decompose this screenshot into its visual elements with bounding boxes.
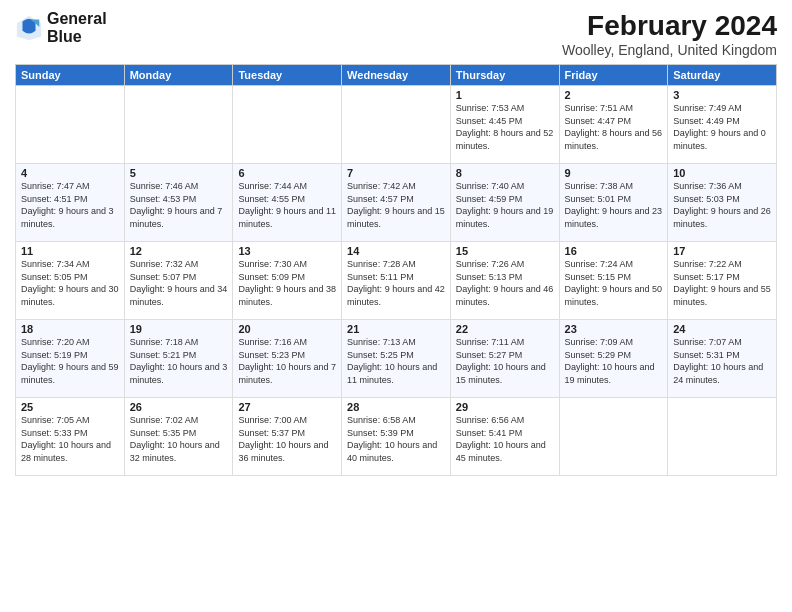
calendar-cell [124, 86, 233, 164]
logo: General Blue [15, 10, 107, 45]
day-info: Sunrise: 7:00 AMSunset: 5:37 PMDaylight:… [238, 414, 336, 464]
calendar-cell: 29Sunrise: 6:56 AMSunset: 5:41 PMDayligh… [450, 398, 559, 476]
day-info: Sunrise: 7:22 AMSunset: 5:17 PMDaylight:… [673, 258, 771, 308]
day-info: Sunrise: 7:20 AMSunset: 5:19 PMDaylight:… [21, 336, 119, 386]
day-number: 2 [565, 89, 663, 101]
day-number: 4 [21, 167, 119, 179]
day-number: 24 [673, 323, 771, 335]
main-title: February 2024 [562, 10, 777, 42]
day-number: 15 [456, 245, 554, 257]
calendar-cell: 12Sunrise: 7:32 AMSunset: 5:07 PMDayligh… [124, 242, 233, 320]
calendar-cell [559, 398, 668, 476]
day-info: Sunrise: 7:18 AMSunset: 5:21 PMDaylight:… [130, 336, 228, 386]
day-info: Sunrise: 7:53 AMSunset: 4:45 PMDaylight:… [456, 102, 554, 152]
day-info: Sunrise: 7:47 AMSunset: 4:51 PMDaylight:… [21, 180, 119, 230]
day-info: Sunrise: 7:46 AMSunset: 4:53 PMDaylight:… [130, 180, 228, 230]
day-number: 23 [565, 323, 663, 335]
calendar-cell: 9Sunrise: 7:38 AMSunset: 5:01 PMDaylight… [559, 164, 668, 242]
weekday-header: Sunday [16, 65, 125, 86]
day-info: Sunrise: 7:51 AMSunset: 4:47 PMDaylight:… [565, 102, 663, 152]
day-info: Sunrise: 7:09 AMSunset: 5:29 PMDaylight:… [565, 336, 663, 386]
calendar-cell: 25Sunrise: 7:05 AMSunset: 5:33 PMDayligh… [16, 398, 125, 476]
subtitle: Woolley, England, United Kingdom [562, 42, 777, 58]
calendar-cell: 22Sunrise: 7:11 AMSunset: 5:27 PMDayligh… [450, 320, 559, 398]
header: General Blue February 2024 Woolley, Engl… [15, 10, 777, 58]
calendar-cell: 24Sunrise: 7:07 AMSunset: 5:31 PMDayligh… [668, 320, 777, 398]
calendar-week-row: 25Sunrise: 7:05 AMSunset: 5:33 PMDayligh… [16, 398, 777, 476]
day-number: 19 [130, 323, 228, 335]
calendar-cell [16, 86, 125, 164]
day-info: Sunrise: 7:32 AMSunset: 5:07 PMDaylight:… [130, 258, 228, 308]
weekday-header: Saturday [668, 65, 777, 86]
calendar-cell: 27Sunrise: 7:00 AMSunset: 5:37 PMDayligh… [233, 398, 342, 476]
day-number: 9 [565, 167, 663, 179]
day-info: Sunrise: 7:13 AMSunset: 5:25 PMDaylight:… [347, 336, 445, 386]
day-info: Sunrise: 6:56 AMSunset: 5:41 PMDaylight:… [456, 414, 554, 464]
calendar-cell: 14Sunrise: 7:28 AMSunset: 5:11 PMDayligh… [342, 242, 451, 320]
calendar-week-row: 18Sunrise: 7:20 AMSunset: 5:19 PMDayligh… [16, 320, 777, 398]
calendar-cell: 28Sunrise: 6:58 AMSunset: 5:39 PMDayligh… [342, 398, 451, 476]
calendar-cell: 21Sunrise: 7:13 AMSunset: 5:25 PMDayligh… [342, 320, 451, 398]
day-number: 27 [238, 401, 336, 413]
calendar-cell: 5Sunrise: 7:46 AMSunset: 4:53 PMDaylight… [124, 164, 233, 242]
weekday-header: Tuesday [233, 65, 342, 86]
weekday-header: Thursday [450, 65, 559, 86]
calendar-cell: 3Sunrise: 7:49 AMSunset: 4:49 PMDaylight… [668, 86, 777, 164]
calendar-cell: 13Sunrise: 7:30 AMSunset: 5:09 PMDayligh… [233, 242, 342, 320]
calendar-cell: 18Sunrise: 7:20 AMSunset: 5:19 PMDayligh… [16, 320, 125, 398]
calendar-cell: 1Sunrise: 7:53 AMSunset: 4:45 PMDaylight… [450, 86, 559, 164]
calendar-week-row: 11Sunrise: 7:34 AMSunset: 5:05 PMDayligh… [16, 242, 777, 320]
calendar-cell: 8Sunrise: 7:40 AMSunset: 4:59 PMDaylight… [450, 164, 559, 242]
day-number: 17 [673, 245, 771, 257]
calendar-cell [342, 86, 451, 164]
calendar-week-row: 4Sunrise: 7:47 AMSunset: 4:51 PMDaylight… [16, 164, 777, 242]
calendar-cell: 17Sunrise: 7:22 AMSunset: 5:17 PMDayligh… [668, 242, 777, 320]
day-number: 14 [347, 245, 445, 257]
calendar-cell: 26Sunrise: 7:02 AMSunset: 5:35 PMDayligh… [124, 398, 233, 476]
calendar-cell: 6Sunrise: 7:44 AMSunset: 4:55 PMDaylight… [233, 164, 342, 242]
day-info: Sunrise: 7:28 AMSunset: 5:11 PMDaylight:… [347, 258, 445, 308]
day-info: Sunrise: 7:11 AMSunset: 5:27 PMDaylight:… [456, 336, 554, 386]
day-number: 16 [565, 245, 663, 257]
day-number: 25 [21, 401, 119, 413]
day-number: 5 [130, 167, 228, 179]
day-number: 11 [21, 245, 119, 257]
weekday-header: Monday [124, 65, 233, 86]
day-number: 12 [130, 245, 228, 257]
logo-text: General Blue [47, 10, 107, 45]
calendar-cell: 7Sunrise: 7:42 AMSunset: 4:57 PMDaylight… [342, 164, 451, 242]
weekday-header: Wednesday [342, 65, 451, 86]
calendar-header-row: SundayMondayTuesdayWednesdayThursdayFrid… [16, 65, 777, 86]
day-number: 13 [238, 245, 336, 257]
calendar: SundayMondayTuesdayWednesdayThursdayFrid… [15, 64, 777, 476]
calendar-cell [233, 86, 342, 164]
page: General Blue February 2024 Woolley, Engl… [0, 0, 792, 612]
day-info: Sunrise: 7:16 AMSunset: 5:23 PMDaylight:… [238, 336, 336, 386]
day-info: Sunrise: 7:34 AMSunset: 5:05 PMDaylight:… [21, 258, 119, 308]
day-info: Sunrise: 7:40 AMSunset: 4:59 PMDaylight:… [456, 180, 554, 230]
calendar-cell: 4Sunrise: 7:47 AMSunset: 4:51 PMDaylight… [16, 164, 125, 242]
calendar-cell: 23Sunrise: 7:09 AMSunset: 5:29 PMDayligh… [559, 320, 668, 398]
calendar-cell: 20Sunrise: 7:16 AMSunset: 5:23 PMDayligh… [233, 320, 342, 398]
day-number: 22 [456, 323, 554, 335]
day-info: Sunrise: 7:49 AMSunset: 4:49 PMDaylight:… [673, 102, 771, 152]
day-number: 28 [347, 401, 445, 413]
logo-icon [15, 14, 43, 42]
calendar-cell: 16Sunrise: 7:24 AMSunset: 5:15 PMDayligh… [559, 242, 668, 320]
day-info: Sunrise: 7:26 AMSunset: 5:13 PMDaylight:… [456, 258, 554, 308]
day-info: Sunrise: 7:07 AMSunset: 5:31 PMDaylight:… [673, 336, 771, 386]
day-number: 8 [456, 167, 554, 179]
day-info: Sunrise: 7:24 AMSunset: 5:15 PMDaylight:… [565, 258, 663, 308]
day-number: 1 [456, 89, 554, 101]
calendar-cell: 10Sunrise: 7:36 AMSunset: 5:03 PMDayligh… [668, 164, 777, 242]
day-info: Sunrise: 7:42 AMSunset: 4:57 PMDaylight:… [347, 180, 445, 230]
weekday-header: Friday [559, 65, 668, 86]
day-number: 18 [21, 323, 119, 335]
day-number: 7 [347, 167, 445, 179]
day-info: Sunrise: 6:58 AMSunset: 5:39 PMDaylight:… [347, 414, 445, 464]
day-number: 26 [130, 401, 228, 413]
calendar-cell: 19Sunrise: 7:18 AMSunset: 5:21 PMDayligh… [124, 320, 233, 398]
calendar-cell: 2Sunrise: 7:51 AMSunset: 4:47 PMDaylight… [559, 86, 668, 164]
calendar-cell [668, 398, 777, 476]
day-info: Sunrise: 7:05 AMSunset: 5:33 PMDaylight:… [21, 414, 119, 464]
